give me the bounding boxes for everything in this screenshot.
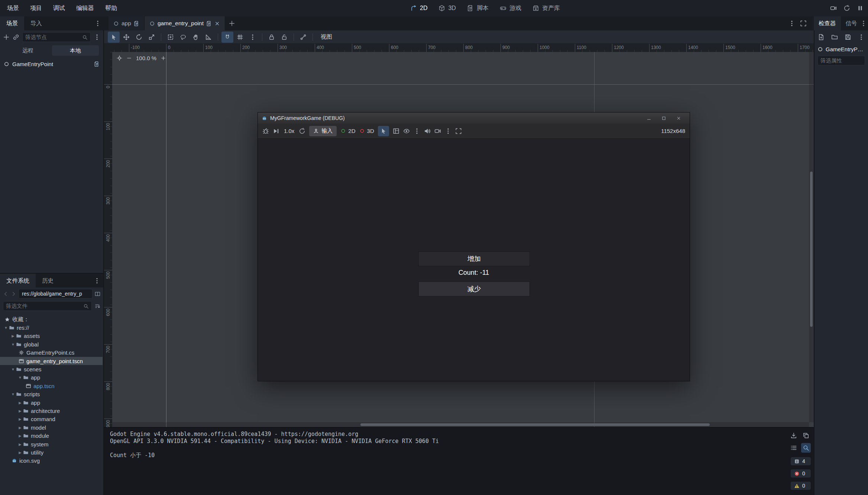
lasso-select-button[interactable] — [177, 32, 189, 43]
save-resource-icon[interactable] — [845, 34, 851, 40]
selection-list-icon[interactable] — [393, 128, 399, 134]
expand-arrow[interactable]: ▼ — [3, 326, 9, 330]
menu-debug[interactable]: 调试 — [48, 0, 71, 16]
copy-log-icon[interactable] — [801, 431, 811, 440]
scene-tabs-list-icon[interactable] — [788, 20, 795, 27]
add-node-icon[interactable] — [3, 34, 10, 40]
scene-filter-field[interactable] — [22, 32, 91, 42]
message-count-badge[interactable]: 4 — [791, 457, 811, 465]
embed-fullscreen-icon[interactable] — [455, 128, 462, 134]
zoom-in-icon[interactable] — [161, 55, 166, 61]
speed-label[interactable]: 1.0x — [284, 128, 294, 134]
file-tree-item[interactable]: ▶utility — [0, 448, 103, 456]
game-window-titlebar[interactable]: MyGFrameworkGame (DEBUG) — [258, 113, 690, 124]
restart-icon[interactable] — [843, 5, 850, 12]
file-tree-item[interactable]: ▼res:// — [0, 323, 103, 332]
snap-options-button[interactable] — [247, 32, 259, 43]
warning-count-badge[interactable]: 0 — [791, 482, 811, 490]
tab-signals[interactable]: 信号 — [841, 16, 862, 30]
pause-icon[interactable] — [857, 5, 864, 12]
rotate-tool-button[interactable] — [133, 32, 145, 43]
reset-speed-icon[interactable] — [299, 128, 305, 134]
camera-options-icon[interactable] — [445, 128, 451, 134]
menu-project[interactable]: 项目 — [25, 0, 48, 16]
move-tool-button[interactable] — [120, 32, 132, 43]
file-tree-item[interactable]: ▶architecture — [0, 407, 103, 415]
attached-script-icon[interactable] — [94, 61, 100, 67]
file-tree-item[interactable]: ▶app — [0, 398, 103, 407]
instance-scene-icon[interactable] — [13, 34, 19, 40]
scene-dock-options-icon[interactable] — [94, 34, 100, 40]
tab-import[interactable]: 导入 — [24, 16, 48, 30]
expand-arrow[interactable]: ▶ — [10, 334, 16, 338]
expand-arrow[interactable]: ▶ — [17, 426, 23, 430]
select-tool-button[interactable] — [108, 32, 120, 43]
file-tree-item[interactable]: GameEntryPoint.cs — [0, 349, 103, 357]
file-tree-item[interactable]: ▶model — [0, 423, 103, 432]
file-tree-item[interactable]: ▶command — [0, 415, 103, 423]
debug-options-icon[interactable] — [262, 128, 269, 134]
audio-mute-icon[interactable] — [424, 128, 431, 134]
movie-mode-icon[interactable] — [830, 5, 837, 12]
split-view-icon[interactable] — [95, 291, 100, 297]
file-tree-item[interactable]: ▶module — [0, 432, 103, 440]
expand-arrow[interactable]: ▶ — [17, 417, 23, 421]
unlock-button[interactable] — [278, 32, 290, 43]
search-log-icon[interactable] — [801, 443, 811, 453]
file-filter-input[interactable] — [6, 303, 83, 309]
expand-arrow[interactable]: ▶ — [17, 409, 23, 413]
save-log-icon[interactable] — [789, 431, 799, 440]
file-tree-item[interactable]: icon.svg — [0, 457, 103, 465]
expand-arrow[interactable]: ▶ — [17, 450, 23, 455]
sort-files-icon[interactable] — [95, 303, 100, 309]
h-scroll-thumb[interactable] — [360, 423, 710, 426]
file-tree-item[interactable]: app.tscn — [0, 382, 103, 390]
error-count-badge[interactable]: 0 — [791, 469, 811, 478]
tab-history[interactable]: 历史 — [36, 274, 60, 288]
history-forward-icon[interactable] — [11, 291, 16, 297]
filter-messages-icon[interactable] — [789, 443, 799, 453]
scene-dock-tab-menu-icon[interactable] — [94, 20, 101, 27]
workspace-game[interactable]: 游戏 — [495, 2, 526, 14]
list-select-button[interactable] — [165, 32, 176, 43]
horizontal-scrollbar[interactable] — [112, 422, 809, 427]
property-filter-input[interactable] — [820, 58, 862, 63]
history-back-icon[interactable] — [3, 291, 9, 297]
new-resource-icon[interactable] — [818, 34, 825, 40]
minimize-button[interactable] — [641, 113, 656, 124]
file-tree-item[interactable]: ▼scripts — [0, 390, 103, 398]
workspace-assetlib[interactable]: 资产库 — [528, 2, 564, 14]
path-input[interactable] — [22, 291, 89, 297]
path-field[interactable] — [19, 289, 93, 299]
selection-options-icon[interactable] — [414, 128, 420, 134]
grid-snap-button[interactable] — [234, 32, 246, 43]
tab-filesystem[interactable]: 文件系统 — [0, 274, 36, 288]
pan-tool-button[interactable] — [190, 32, 202, 43]
zoom-level[interactable]: 100.0 % — [136, 55, 156, 61]
mode-2d-button[interactable]: 2D — [340, 128, 355, 134]
lock-button[interactable] — [266, 32, 278, 43]
menu-help[interactable]: 帮助 — [100, 0, 123, 16]
expand-arrow[interactable]: ▶ — [17, 401, 23, 405]
file-tree-item[interactable]: ▼app — [0, 374, 103, 382]
new-scene-tab-button[interactable] — [229, 20, 235, 27]
tab-scene[interactable]: 场景 — [0, 16, 24, 30]
ruler-tool-button[interactable] — [203, 32, 214, 43]
file-tree-item[interactable]: ▼scenes — [0, 365, 103, 373]
menu-editor[interactable]: 编辑器 — [71, 0, 100, 16]
tab-inspector[interactable]: 检查器 — [814, 16, 841, 30]
scene-tree-root-node[interactable]: GameEntryPoint — [0, 59, 103, 69]
file-tree-item[interactable]: 收藏： — [0, 315, 103, 323]
expand-arrow[interactable]: ▶ — [17, 434, 23, 438]
close-tab-icon[interactable] — [214, 21, 220, 26]
increase-button[interactable]: 增加 — [418, 251, 530, 266]
expand-arrow[interactable]: ▼ — [10, 392, 16, 396]
vertical-scrollbar[interactable] — [809, 52, 814, 422]
file-tree-item[interactable]: game_entry_point.tscn — [0, 357, 103, 365]
filesystem-menu-icon[interactable] — [94, 277, 100, 284]
scene-tab-app[interactable]: app — [108, 16, 145, 30]
inspector-dock-menu-icon[interactable] — [860, 20, 867, 27]
input-mode-button[interactable]: 输入 — [309, 126, 337, 136]
remote-tab[interactable]: 远程 — [4, 45, 51, 56]
local-tab[interactable]: 本地 — [52, 45, 99, 56]
